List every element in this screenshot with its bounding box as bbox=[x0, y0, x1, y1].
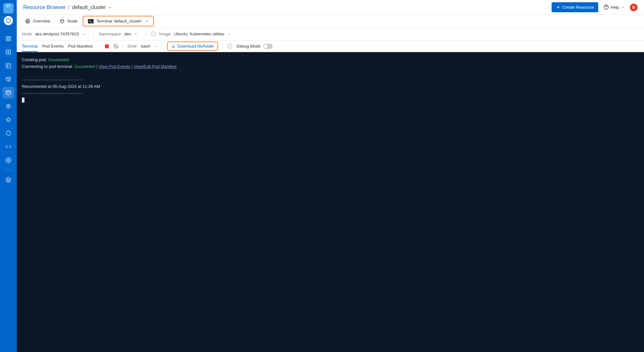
breadcrumb-current[interactable]: default_cluster bbox=[72, 5, 112, 10]
svg-point-12 bbox=[8, 106, 9, 107]
shell-dropdown[interactable]: bash bbox=[141, 44, 157, 49]
terminal-separator: ----------------------------------------… bbox=[22, 77, 639, 83]
terminal-line: Reconnected at 06-Aug-2024 at 11:26 AM bbox=[22, 83, 639, 90]
context-bar: Node aks-devtpool-74357823 Namespace dev… bbox=[17, 28, 644, 41]
chevron-down-icon bbox=[227, 32, 231, 36]
chevron-down-icon bbox=[108, 5, 112, 10]
tab-overview[interactable]: Overview bbox=[21, 15, 55, 27]
view-pod-events-link[interactable]: View Pod Events bbox=[99, 64, 130, 69]
node-dropdown[interactable]: aks-devtpool-74357823 bbox=[35, 32, 88, 36]
globe-icon bbox=[25, 19, 30, 24]
view-edit-pod-manifest-link[interactable]: View/Edit Pod Manifest bbox=[134, 64, 176, 69]
nav-bug-icon[interactable] bbox=[3, 114, 14, 125]
cancel-button[interactable] bbox=[113, 44, 118, 49]
cursor bbox=[22, 97, 24, 103]
app-logo[interactable]: ST bbox=[3, 3, 14, 14]
toolbar-terminal-tab[interactable]: Terminal bbox=[22, 41, 38, 52]
breadcrumb: Resource Browser / default_cluster bbox=[23, 5, 112, 10]
namespace-label: Namespace bbox=[99, 32, 121, 36]
divider bbox=[146, 31, 146, 37]
topbar-right: Create Resource Help B bbox=[552, 2, 638, 12]
tab-label: Terminal 'default_cluster' bbox=[96, 19, 142, 23]
svg-line-18 bbox=[7, 118, 7, 119]
svg-marker-23 bbox=[6, 178, 11, 180]
user-avatar[interactable]: B bbox=[630, 4, 638, 11]
chevron-down-icon bbox=[134, 32, 138, 36]
nav-target-icon[interactable] bbox=[3, 100, 14, 112]
svg-point-22 bbox=[8, 160, 9, 161]
svg-rect-2 bbox=[6, 39, 8, 41]
nav-cube-icon[interactable] bbox=[3, 87, 14, 98]
info-icon[interactable]: ? bbox=[151, 32, 156, 36]
toolbar: Terminal Pod Events Pod Manifest Shell b… bbox=[17, 41, 644, 52]
sidebar: ST bbox=[0, 0, 17, 352]
topbar: Resource Browser / default_cluster Creat… bbox=[17, 0, 644, 15]
image-dropdown[interactable]: Ubuntu: Kubernetes utilites bbox=[174, 32, 233, 36]
info-icon[interactable]: ? bbox=[227, 44, 232, 49]
nav-package-icon[interactable] bbox=[3, 73, 14, 85]
main-content: Resource Browser / default_cluster Creat… bbox=[17, 0, 644, 352]
terminal-line: Connecting to pod terminal. Succeeded | … bbox=[22, 63, 639, 70]
sidebar-divider bbox=[5, 170, 12, 170]
chevron-down-icon bbox=[81, 32, 86, 36]
node-label: Node bbox=[22, 32, 32, 36]
terminal-output[interactable]: Creating pod. Succeeded Connecting to po… bbox=[17, 52, 644, 352]
divider bbox=[93, 31, 94, 37]
svg-rect-1 bbox=[9, 36, 11, 38]
help-dropdown[interactable]: Help bbox=[603, 5, 625, 10]
toggle-switch[interactable] bbox=[263, 44, 273, 49]
image-label: Image bbox=[159, 32, 171, 36]
nav-grid-icon[interactable] bbox=[3, 46, 14, 58]
help-icon bbox=[603, 5, 609, 10]
terminal-blank-line bbox=[22, 70, 639, 77]
svg-rect-7 bbox=[6, 63, 11, 68]
toolbar-pod-manifest-tab[interactable]: Pod Manifest bbox=[68, 44, 93, 49]
breadcrumb-separator: / bbox=[68, 5, 70, 10]
debug-mode-toggle[interactable]: Debug Mode bbox=[237, 44, 273, 49]
terminal-cursor-line bbox=[22, 97, 639, 104]
namespace-dropdown[interactable]: dev bbox=[124, 32, 140, 36]
divider bbox=[162, 43, 163, 49]
plus-icon bbox=[556, 5, 560, 9]
shell-label: Shell bbox=[128, 44, 137, 49]
tab-label: Overview bbox=[33, 19, 50, 23]
divider bbox=[123, 43, 123, 49]
toolbar-pod-events-tab[interactable]: Pod Events bbox=[42, 44, 64, 49]
nav-layers-icon[interactable] bbox=[3, 174, 14, 186]
download-file-button[interactable]: Download file/folder bbox=[167, 42, 218, 51]
chevron-down-icon bbox=[621, 5, 625, 9]
download-icon bbox=[171, 44, 175, 49]
terminal-separator: ----------------------------------------… bbox=[22, 90, 639, 97]
svg-line-19 bbox=[9, 121, 10, 121]
svg-point-11 bbox=[6, 104, 10, 108]
terminal-line: Creating pod. Succeeded bbox=[22, 57, 639, 63]
tab-label: Node bbox=[67, 19, 77, 23]
divider bbox=[223, 43, 223, 49]
nav-settings-icon[interactable] bbox=[3, 154, 14, 166]
tabs-bar: Overview Node >_ Terminal 'default_clust… bbox=[17, 15, 644, 28]
org-logo[interactable] bbox=[4, 16, 13, 25]
create-resource-button[interactable]: Create Resource bbox=[552, 2, 598, 12]
terminal-icon: >_ bbox=[88, 19, 94, 23]
nav-code-icon[interactable] bbox=[3, 141, 14, 153]
tab-node[interactable]: Node bbox=[55, 15, 82, 27]
cube-icon bbox=[60, 19, 65, 24]
nav-layout-icon[interactable] bbox=[3, 60, 14, 71]
svg-line-21 bbox=[9, 118, 10, 119]
stop-button[interactable] bbox=[105, 44, 109, 48]
nav-shield-icon[interactable] bbox=[3, 127, 14, 139]
svg-point-27 bbox=[606, 8, 606, 9]
close-icon[interactable] bbox=[145, 19, 149, 23]
chevron-down-icon bbox=[154, 44, 158, 48]
breadcrumb-root[interactable]: Resource Browser bbox=[23, 5, 66, 10]
svg-line-20 bbox=[7, 121, 7, 121]
nav-apps-icon[interactable] bbox=[3, 33, 14, 44]
svg-rect-3 bbox=[9, 39, 11, 41]
svg-rect-0 bbox=[6, 36, 8, 38]
tab-terminal[interactable]: >_ Terminal 'default_cluster' bbox=[83, 16, 154, 26]
